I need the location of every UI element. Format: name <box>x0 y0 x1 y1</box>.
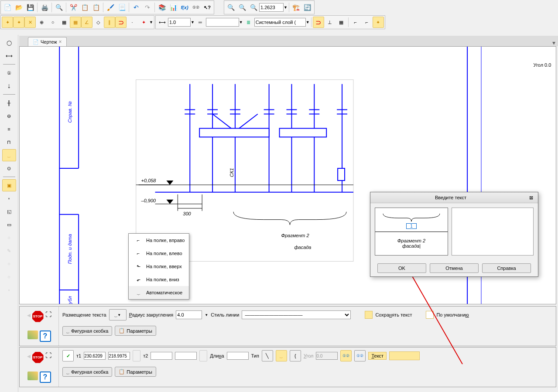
save-text-check[interactable] <box>365 311 373 319</box>
dialog-ok-button[interactable]: OK <box>377 263 426 273</box>
zoom-window-button[interactable]: 🔍 <box>248 2 259 13</box>
ortho-button[interactable]: ⊥ <box>324 17 335 28</box>
refresh-button[interactable]: 🔄 <box>302 2 313 13</box>
placement-left[interactable]: ⌐На полке, влево <box>129 247 189 260</box>
t1-y-input[interactable] <box>108 352 130 360</box>
snap-mid-button[interactable]: ✦ <box>13 17 24 28</box>
tab-scroll[interactable]: ▾ <box>550 39 558 46</box>
type-line[interactable]: ╲ <box>262 350 273 361</box>
len-input[interactable] <box>227 352 249 360</box>
tab-brace-1[interactable]: ⏟Фигурная скобка <box>62 326 112 336</box>
open-button[interactable]: 📂 <box>13 2 24 13</box>
linetype-input[interactable] <box>206 18 239 27</box>
detail-tool[interactable]: ⊙ <box>2 162 16 174</box>
t2-y-input[interactable] <box>175 352 197 360</box>
placement-auto[interactable]: ⏟Автоматическое <box>129 286 189 299</box>
step-button[interactable]: ⌐ <box>361 17 373 28</box>
help-button-2[interactable]: ? <box>40 372 51 383</box>
circle-tool[interactable]: ◯ <box>2 37 16 49</box>
snap-end-button[interactable]: ✦ <box>2 17 13 28</box>
dim-tool[interactable]: ⟷ <box>2 50 16 62</box>
pencil-tool[interactable]: ✎ <box>2 245 16 257</box>
radius-input[interactable] <box>176 310 202 319</box>
stop-button-1[interactable]: STOP <box>32 311 44 322</box>
paint-button-1[interactable] <box>27 331 38 339</box>
save-button[interactable]: 💾 <box>24 2 36 13</box>
lineweight-input[interactable] <box>168 18 191 27</box>
linestyle-select[interactable]: ———————————— <box>242 310 351 319</box>
snap-center-button[interactable]: ⊕ <box>36 17 47 28</box>
dialog-textarea[interactable] <box>452 208 534 256</box>
len-lock[interactable] <box>199 350 207 361</box>
snap-off-button[interactable]: · <box>127 17 138 28</box>
snap-grid-button[interactable]: ▦ <box>58 17 70 28</box>
misc2-tool[interactable]: ○ <box>2 258 16 270</box>
dialog-cancel-button[interactable]: Отмена <box>430 263 479 273</box>
paste-button[interactable]: 📋 <box>90 2 102 13</box>
snap-int-button[interactable]: ✕ <box>24 17 36 28</box>
delete-tool[interactable]: ▭ <box>2 218 16 231</box>
help-button-1[interactable]: ? <box>40 331 51 342</box>
cut-button[interactable]: ✂️ <box>68 2 79 13</box>
redo-button[interactable]: ↷ <box>142 2 153 13</box>
linetype-button[interactable]: ═ <box>195 17 206 28</box>
help-arrow-button[interactable]: ↖? <box>202 2 213 13</box>
tab-params-1[interactable]: 📋Параметры <box>115 326 156 336</box>
library-button[interactable]: 📚 <box>156 2 168 13</box>
track-button[interactable]: ✦ <box>373 17 384 28</box>
magnet2-button[interactable]: ⊃ <box>313 17 324 28</box>
tab-brace-2[interactable]: ⏟Фигурная скобка <box>62 367 112 377</box>
t2-lock[interactable] <box>133 350 140 361</box>
numbering-button[interactable]: ①② <box>190 2 202 13</box>
snap-parallel-button[interactable]: ∥ <box>104 17 115 28</box>
misc4-tool[interactable]: ▫ <box>2 284 16 296</box>
snap-angle-button[interactable]: ∠ <box>81 17 92 28</box>
rebuild-button[interactable]: 🏗️ <box>291 2 302 13</box>
grid-button[interactable]: ▦ <box>335 17 347 28</box>
comb-tool[interactable]: ⊓ <box>2 136 16 148</box>
placement-right[interactable]: ⌐На полке, вправо <box>129 234 189 247</box>
zoom-in-button[interactable]: 🔍 <box>225 2 236 13</box>
magnet-button[interactable]: ⊃ <box>115 17 127 28</box>
t1-x-input[interactable] <box>84 352 106 360</box>
dir1-button[interactable]: ①② <box>340 350 352 361</box>
type-brace[interactable]: ⏟ <box>276 350 287 361</box>
t2-x-input[interactable] <box>151 352 172 360</box>
undo-button[interactable]: ↶ <box>130 2 142 13</box>
placement-picker[interactable]: ⏟▼ <box>109 309 127 320</box>
fx-button[interactable]: f(x) <box>179 2 190 13</box>
tab-close[interactable]: × <box>59 39 62 45</box>
layer-input[interactable] <box>254 18 306 27</box>
level-tool[interactable]: ↓ <box>2 80 16 92</box>
marker-tool[interactable]: ① <box>2 67 16 79</box>
properties-button[interactable]: 📃 <box>116 2 127 13</box>
type-curly[interactable]: { <box>290 350 301 361</box>
snap-near-button[interactable]: ◇ <box>92 17 104 28</box>
layers-button[interactable]: ≣ <box>243 17 254 28</box>
section-tool[interactable]: ╫ <box>2 97 16 109</box>
dialog-close-button[interactable]: ⊠ <box>527 194 534 201</box>
variables-button[interactable]: 📊 <box>168 2 179 13</box>
copy-button[interactable]: 📋 <box>79 2 90 13</box>
paint-button-2[interactable] <box>27 372 38 380</box>
break-tool[interactable]: ◱ <box>2 205 16 218</box>
zoom-fit-button[interactable]: 🔍 <box>236 2 248 13</box>
stop-button-2[interactable]: STOP <box>32 352 44 363</box>
tab-params-2[interactable]: 📋Параметры <box>115 367 156 377</box>
view-tool[interactable]: ▫ <box>2 192 16 205</box>
copy-props-tool[interactable]: ▣ <box>2 179 16 191</box>
auto-button[interactable]: ✓ <box>62 350 74 361</box>
socket-tool[interactable]: ⊖ <box>2 110 16 122</box>
print-button[interactable]: 🖨️ <box>39 2 50 13</box>
ucs-button[interactable]: ⌐ <box>350 17 361 28</box>
dir2-button[interactable]: ①② <box>354 350 366 361</box>
default-check[interactable] <box>426 311 434 319</box>
snap-tan-button[interactable]: ○ <box>47 17 58 28</box>
misc1-tool[interactable]: ○ <box>2 232 16 244</box>
brace-tool[interactable]: ⏟ <box>2 149 16 161</box>
new-button[interactable]: 📄 <box>2 2 13 13</box>
zoom-input[interactable] <box>259 3 284 12</box>
snap-point-button[interactable]: ✦ <box>138 17 149 28</box>
format-paint-button[interactable]: 🖌️ <box>105 2 116 13</box>
dialog-help-button[interactable]: Справка <box>482 263 531 273</box>
